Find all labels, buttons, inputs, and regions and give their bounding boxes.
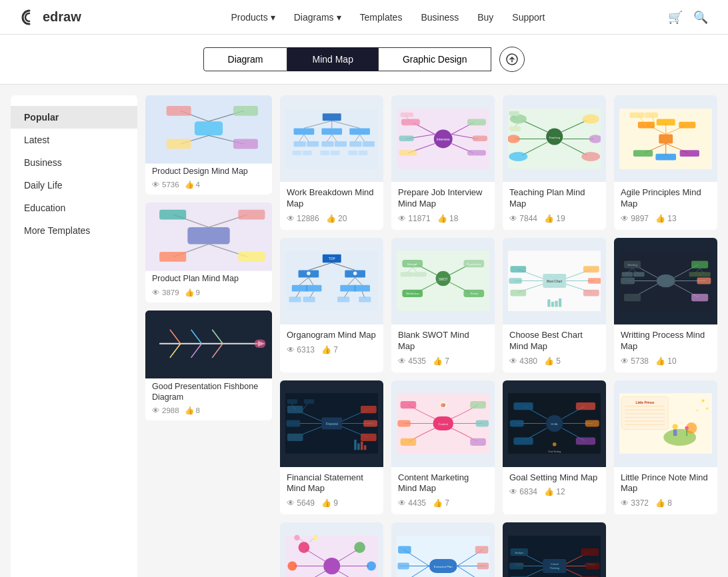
sidebar-item-latest[interactable]: Latest: [11, 129, 137, 151]
svg-rect-239: [513, 437, 533, 444]
card-work-breakdown[interactable]: Work Breakdown Mind Map 👁 12886 👍 20: [280, 95, 383, 230]
card-title-swot: Blank SWOT Mind Map: [398, 330, 488, 352]
left-card-body-product-design: Product Design Mind Map 👁 5736 👍 4: [145, 162, 272, 195]
search-icon[interactable]: 🔍: [693, 10, 708, 25]
svg-rect-65: [399, 150, 417, 155]
card-little-prince[interactable]: Little Prince ★ ★ ★ Little Prince Note M…: [614, 380, 717, 515]
svg-rect-159: [510, 266, 526, 273]
card-body-financial: Financial Statement Mind Map 👁 5649 👍 9: [280, 467, 383, 515]
card-body-work-breakdown: Work Breakdown Mind Map 👁 12886 👍 20: [280, 182, 383, 230]
svg-text:Opportunity: Opportunity: [467, 263, 481, 266]
svg-rect-241: [576, 402, 595, 410]
views-swot: 👁 4535: [398, 356, 426, 366]
svg-text:Goal Setting: Goal Setting: [548, 450, 561, 453]
card-meta-agile: 👁 9897 👍 13: [621, 214, 711, 223]
svg-rect-216: [354, 440, 356, 450]
card-colorful-bubbles[interactable]: Colorful Mind Map 👁 3100 👍 5: [280, 522, 383, 577]
card-job-interview[interactable]: Interview: [391, 95, 495, 230]
svg-rect-129: [303, 296, 315, 302]
svg-rect-30: [255, 339, 266, 348]
upload-button[interactable]: [499, 47, 525, 72]
svg-rect-203: [286, 420, 300, 427]
svg-rect-224: [397, 420, 411, 427]
cards-grid: Work Breakdown Mind Map 👁 12886 👍 20 Int…: [280, 95, 717, 577]
logo[interactable]: edraw: [20, 8, 81, 27]
svg-point-246: [553, 442, 557, 446]
nav-support[interactable]: Support: [512, 12, 545, 23]
likes-product-plan: 👍 9: [185, 288, 200, 297]
nav-products[interactable]: Products ▾: [231, 12, 275, 23]
svg-rect-188: [691, 294, 708, 301]
card-content-marketing[interactable]: Content 🎯: [391, 380, 495, 515]
svg-text:TOP: TOP: [329, 257, 335, 261]
svg-rect-184: [691, 261, 708, 269]
card-critical-thinking[interactable]: Critical Thinking Analyze Evaluate: [503, 522, 606, 577]
left-card-product-design[interactable]: Product Design Mind Map 👁 5736 👍 4: [145, 95, 272, 195]
card-best-chart[interactable]: Best Chart: [503, 238, 606, 372]
eye-icon: 👁: [152, 181, 160, 189]
sidebar-item-popular[interactable]: Popular: [11, 106, 137, 129]
likes-organogram: 👍 7: [321, 345, 338, 354]
card-agile[interactable]: Agile Principles Mind Map 👁 9897 👍 13: [614, 95, 717, 230]
left-card-fishbone[interactable]: Good Presentation Fishbone Diagram 👁 298…: [145, 310, 272, 421]
card-organogram[interactable]: TOP: [280, 238, 383, 372]
card-swot[interactable]: SWOT Strength Weakness Opportunity Threa…: [391, 238, 495, 372]
left-card-product-plan[interactable]: Product Plan Mind Map 👁 3879 👍 9: [145, 203, 272, 302]
svg-point-134: [307, 272, 311, 276]
svg-rect-69: [472, 135, 487, 141]
card-meta-work-breakdown: 👁 12886 👍 20: [287, 214, 377, 223]
card-meta-swot: 👁 4535 👍 7: [398, 356, 488, 366]
svg-rect-102: [633, 150, 653, 157]
sidebar-item-education[interactable]: Education: [11, 197, 137, 219]
nav-buy[interactable]: Buy: [477, 12, 493, 23]
nav-templates[interactable]: Templates: [360, 12, 403, 23]
svg-rect-4: [167, 106, 191, 116]
svg-rect-167: [588, 279, 601, 284]
sidebar-item-business[interactable]: Business: [11, 151, 137, 174]
svg-text:Thinking: Thinking: [549, 567, 559, 570]
card-title-teaching-plan: Teaching Plan Mind Map: [509, 187, 599, 210]
card-financial[interactable]: Financial: [280, 380, 383, 515]
views-fishbone: 👁 2988: [152, 406, 179, 414]
svg-rect-131: [337, 296, 349, 302]
svg-point-267: [323, 558, 340, 574]
card-goal-setting[interactable]: GOAL Goal Setting: [503, 380, 606, 515]
svg-point-271: [287, 561, 297, 570]
cart-icon[interactable]: 🛒: [668, 10, 683, 25]
likes-best-chart: 👍 5: [544, 356, 561, 366]
svg-rect-56: [358, 150, 367, 155]
svg-point-277: [367, 561, 376, 570]
svg-rect-20: [238, 253, 265, 263]
card-exec-plan[interactable]: Execution Plan: [391, 522, 495, 577]
svg-rect-245: [576, 437, 595, 444]
svg-rect-237: [510, 420, 524, 427]
tab-mind-map[interactable]: Mind Map: [287, 47, 377, 71]
svg-rect-186: [697, 278, 711, 285]
thumb-exec-plan: Execution Plan: [391, 522, 495, 577]
views-best-chart: 👁 4380: [509, 356, 537, 366]
card-meta-writing-process: 👁 5738 👍 10: [621, 356, 711, 366]
svg-rect-98: [657, 119, 675, 125]
thumb-financial: Financial: [280, 380, 383, 467]
thumb-organogram: TOP: [280, 238, 383, 324]
svg-rect-161: [509, 279, 522, 284]
svg-point-135: [353, 272, 357, 276]
svg-rect-55: [348, 150, 357, 155]
nav-business[interactable]: Business: [421, 12, 459, 23]
card-writing-process[interactable]: Starting: [614, 238, 717, 372]
left-card-title-fishbone: Good Presentation Fishbone Diagram: [152, 381, 265, 403]
sidebar-item-daily-life[interactable]: Daily Life: [11, 174, 137, 197]
svg-rect-173: [559, 298, 561, 307]
svg-text:Critical: Critical: [551, 563, 559, 566]
svg-rect-252: [673, 430, 677, 436]
card-teaching-plan[interactable]: Teaching: [503, 95, 606, 230]
tab-graphic-design[interactable]: Graphic Design: [378, 47, 492, 71]
nav: Products ▾ Diagrams ▾ Templates Business…: [108, 12, 668, 23]
nav-diagrams[interactable]: Diagrams ▾: [294, 12, 341, 23]
likes-financial: 👍 9: [321, 498, 338, 508]
sidebar-item-more-templates[interactable]: More Templates: [11, 219, 137, 242]
tab-diagram[interactable]: Diagram: [203, 47, 288, 71]
svg-rect-73: [400, 112, 413, 117]
views-job-interview: 👁 11871: [398, 214, 431, 223]
svg-rect-52: [303, 150, 312, 155]
